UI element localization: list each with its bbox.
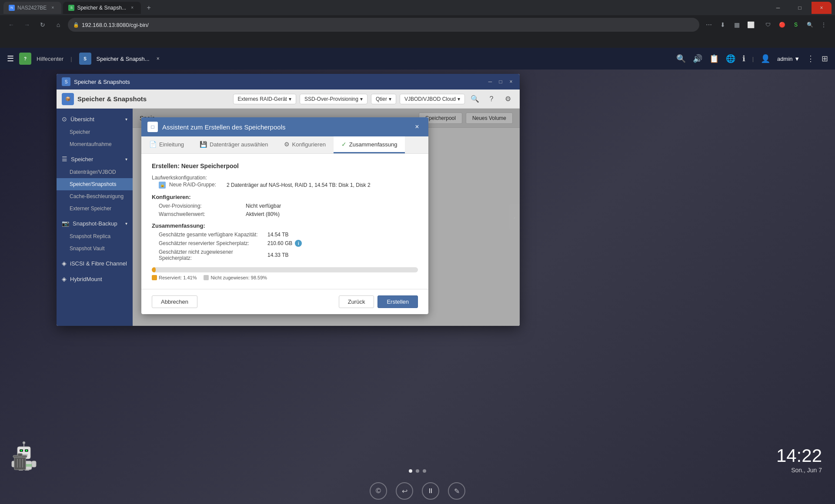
svg-point-4 [26,450,27,451]
minimize-button[interactable]: ─ [768,2,788,14]
dialog-tabs: 📄 Einleitung 💾 Datenträger auswählen ⚙ K [141,136,428,154]
reservierter-val-text: 210.60 GB [267,240,292,246]
info-badge-reserved[interactable]: i [295,240,302,247]
dialog-tab-datentraeger[interactable]: 💾 Datenträger auswählen [192,136,276,153]
screenshot-icon[interactable]: ⬜ [745,19,757,31]
ext-icon-3[interactable]: S [790,19,802,31]
hilfecenter-tab-label[interactable]: Hilfecenter [37,56,63,62]
profile-icon[interactable]: 👤 [761,54,770,63]
taskbar-icon-4[interactable]: ✎ [448,482,465,500]
browser-tab-2[interactable]: S Speicher & Snapsh... × [63,2,141,14]
gesamte-row: Geschätzte gesamte verfügbare Kapazität:… [152,232,418,238]
back-button[interactable]: Zurück [339,295,374,308]
sidebar-section-hybrid: ◈ HybridMount [57,272,133,286]
help-toolbar-btn[interactable]: ? [485,93,498,106]
history-icon[interactable]: ▦ [731,19,743,31]
storage-tab-label[interactable]: Speicher & Snapsh... [97,56,150,62]
ext-icon-4[interactable]: 🔍 [804,19,816,31]
forward-button[interactable]: → [21,19,33,31]
nas-close-btn[interactable]: × [508,78,514,85]
volume-icon[interactable]: 🔊 [693,54,702,63]
reservierter-value: 210.60 GB i [267,240,302,247]
external-raid-dropdown[interactable]: Externes RAID-Gerät ▾ [233,94,296,104]
tab2-close[interactable]: × [129,4,136,11]
dialog-header: □ Assistent zum Erstellen des Speicherpo… [141,117,428,136]
new-tab-button[interactable]: + [143,2,155,14]
sidebar-item-cache[interactable]: Cache-Beschleunigung [57,190,133,202]
address-bar[interactable]: 🔒 192.168.0.13:8080/cgi-bin/ [68,18,699,32]
laufwerk-row: Laufwerkskonfiguration: 🔒 Neue RAID-Grup… [152,175,418,189]
over-provisioning-row: Over-Provisioning: Nicht verfügbar [152,203,418,209]
sidebar-header-hybrid[interactable]: ◈ HybridMount [57,272,133,286]
tab-label-zusammenfassung: Zusammenfassung [349,141,397,148]
storage-label: Speicher [71,156,93,162]
create-button[interactable]: Erstellen [377,295,418,308]
copy-icon[interactable]: 📋 [709,54,719,63]
desktop: N NAS2427BE × S Speicher & Snapsh... × +… [0,0,835,504]
tab-x-icon[interactable]: × [157,56,160,62]
downloads-icon[interactable]: ⬇ [717,19,729,31]
sidebar-item-speicher-snapshots[interactable]: Speicher/Snapshots [57,178,133,190]
sidebar-item-momentaufnahme[interactable]: Momentaufnahme [57,138,133,150]
ext-icon-1[interactable]: 🛡 [762,19,774,31]
dialog-tab-zusammenfassung[interactable]: ✓ Zusammenfassung [334,136,405,153]
ext-icon-2[interactable]: 🔴 [776,19,788,31]
admin-profile[interactable]: admin ▼ [777,56,800,62]
trash-svg [11,451,29,472]
search-toolbar-btn[interactable]: 🔍 [468,93,481,106]
dot-2[interactable] [416,469,419,473]
sidebar-item-snapshot-replica[interactable]: Snapshot Replica [57,230,133,242]
taskbar-icon-3[interactable]: ⏸ [422,482,439,500]
home-button[interactable]: ⌂ [52,19,64,31]
settings-toolbar-btn[interactable]: ⚙ [501,93,514,106]
nas-minimize-btn[interactable]: ─ [487,78,494,85]
sidebar-header-storage[interactable]: ☰ Speicher ▾ [57,152,133,166]
back-button[interactable]: ← [5,19,17,31]
sidebar-item-datentraeger[interactable]: Datenträger/VJBOD [57,166,133,178]
dot-1[interactable] [409,469,412,473]
vjbod-dropdown[interactable]: VJBOD/VJBOD Cloud ▾ [400,94,465,104]
taskbar-icon-2[interactable]: ↩ [396,482,413,500]
extensions-button[interactable]: ⋯ [703,19,715,31]
sidebar-item-snapshot-vault[interactable]: Snapshot Vault [57,242,133,255]
search-icon[interactable]: 🔍 [676,54,686,63]
browser-menu-button[interactable]: ⋮ [818,19,830,31]
legend-reserved: Reserviert: 1.41% [152,275,197,280]
progress-container [152,267,418,272]
svg-point-7 [23,441,25,444]
browser-tab-1[interactable]: N NAS2427BE × [3,2,61,14]
cancel-button[interactable]: Abbrechen [152,295,197,308]
nas-maximize-btn[interactable]: □ [497,78,504,85]
info-icon[interactable]: ℹ [742,54,745,63]
speicher-label: Speicher [70,129,90,135]
sidebar-item-speicher[interactable]: Speicher [57,126,133,138]
overview-icon: ⊙ [62,116,67,123]
neue-raid-value: 2 Datenträger auf NAS-Host, RAID 1, 14.5… [227,182,371,188]
network-icon[interactable]: 🌐 [726,54,735,63]
sidebar-header-iscsi[interactable]: ◈ iSCSI & Fibre Channel [57,256,133,270]
raid-row: 🔒 Neue RAID-Gruppe: 2 Datenträger auf NA… [159,182,418,189]
dialog-tab-konfigurieren[interactable]: ⚙ Konfigurieren [276,136,334,153]
refresh-button[interactable]: ↻ [37,19,49,31]
sidebar-header-snapshot[interactable]: 📷 Snapshot-Backup ▾ [57,216,133,230]
over-prov-value: Nicht verfügbar [246,203,281,209]
sidebar-item-extern[interactable]: Externer Speicher [57,202,133,215]
snapshot-label: Snapshot-Backup [73,220,117,227]
vjbod-arrow: ▾ [458,96,460,102]
snapshot-arrow: ▾ [125,221,127,226]
sidebar-header-overview[interactable]: ⊙ Übersicht ▾ [57,112,133,126]
close-window-button[interactable]: × [812,2,832,14]
qtier-dropdown[interactable]: Qtier ▾ [371,94,396,104]
dialog-tab-einleitung[interactable]: 📄 Einleitung [141,136,192,153]
taskbar-icon-1[interactable]: © [370,482,387,500]
more-icon[interactable]: ⋮ [807,54,815,63]
ssd-provisioning-dropdown[interactable]: SSD-Over-Provisioning ▾ [300,94,367,104]
trash-icon-area[interactable] [11,451,29,474]
maximize-button[interactable]: □ [790,2,810,14]
tab1-close[interactable]: × [49,4,56,11]
dot-3[interactable] [423,469,426,473]
dialog-close-btn[interactable]: × [412,122,422,132]
hamburger-menu[interactable]: ☰ [7,54,14,63]
appbar-left: ☰ ? Hilfecenter | S Speicher & Snapsh...… [7,53,160,65]
grid-icon[interactable]: ⊞ [822,54,828,63]
